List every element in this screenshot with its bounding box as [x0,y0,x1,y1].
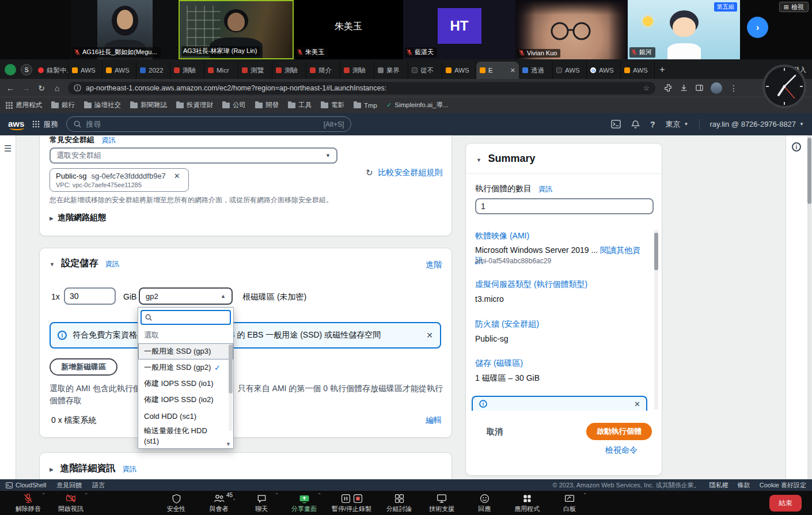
volume-type-select[interactable]: gp2 ▲ [139,287,233,305]
bookmark-folder[interactable]: 新聞雜誌 [130,101,167,109]
share-screen-button[interactable]: ⌃ 分享畫面 [289,493,319,513]
cloudshell-footer-button[interactable]: CloudShell [6,482,46,489]
chat-button[interactable]: ⌃ 聊天 [246,493,276,513]
cloudshell-icon[interactable] [611,120,621,128]
aws-search-input[interactable]: 搜尋 [Alt+S] [66,116,351,132]
dropdown-option-gp3[interactable]: 一般用途 SSD (gp3) [138,343,233,359]
storage-label-link[interactable]: 儲存 (磁碟區) [475,358,523,369]
browser-tab[interactable]: 2022 [136,62,170,79]
page-scrollbar[interactable] [807,135,811,479]
browser-tab[interactable]: 測驗 [170,62,204,79]
advanced-storage-link[interactable]: 進階 [426,260,442,270]
url-omnibox[interactable]: ap-northeast-1.console.aws.amazon.com/ec… [68,82,655,94]
browser-tab[interactable]: AWS [553,62,587,79]
dropdown-option[interactable]: 輸送量最佳化 HDD (st1) [138,424,225,448]
info-link[interactable]: 資訊 [101,136,115,144]
participants-button[interactable]: 45 ⌃ 與會者 [204,493,234,513]
participant-video[interactable]: Vivian Kuo [515,0,628,59]
browser-tab-active[interactable]: E✕ [476,62,519,79]
browser-tab[interactable]: 測覽 [238,62,272,79]
participant-video[interactable]: AG16社長_鄭如如(Megu... [71,0,179,59]
bookmark-star-icon[interactable]: ☆ [643,84,650,92]
security-group-select[interactable]: 選取安全群組 ▼ [50,147,337,164]
dropdown-option[interactable]: Cold HDD (sc1) [138,408,233,424]
tech-support-button[interactable]: 技術支援 [427,493,457,513]
bookmark-folder[interactable]: Tmp [354,102,377,109]
bookmark-folder[interactable]: 公司 [222,101,246,109]
download-icon[interactable] [680,84,688,92]
help-icon[interactable]: ? [650,120,655,129]
info-link[interactable]: 資訊 [123,465,136,473]
bookmark-folder[interactable]: 投資理財 [176,101,213,109]
zoom-view-button[interactable]: ⊞ 檢視 [779,2,809,12]
add-volume-button[interactable]: 新增新磁碟區 [50,358,117,376]
cookie-preferences-link[interactable]: Cookie 喜好設定 [760,481,806,490]
security-button[interactable]: 安全性 [161,493,191,513]
pinned-extension-icon[interactable] [5,64,16,75]
language-link[interactable]: 語言 [92,481,105,490]
browser-tab[interactable]: 透過 [519,62,553,79]
stop-recording-icon[interactable] [353,494,363,503]
bookmark-folder[interactable]: 開發 [255,101,279,109]
reactions-button[interactable]: 回應 [469,493,499,513]
extensions-puzzle-icon[interactable] [664,84,673,92]
expand-down-icon[interactable]: ▼ [50,262,55,267]
close-icon[interactable]: ✕ [634,400,640,408]
unmute-button[interactable]: ⌃ 解除靜音 [13,493,43,513]
browser-tab[interactable]: AWS [621,62,655,79]
info-link[interactable]: 資訊 [538,185,552,193]
expand-right-icon[interactable]: ▶ [50,467,54,472]
next-gallery-page-button[interactable]: › [747,17,768,38]
tools-info-toggle[interactable]: i [792,142,801,152]
advanced-network-toggle[interactable]: ▶進階網路組態 [50,213,106,223]
browser-menu-kebab-icon[interactable]: ⋮ [729,84,738,93]
browser-tab[interactable]: 簡介 [306,62,340,79]
expand-down-icon[interactable]: ▼ [476,157,481,163]
dropdown-option[interactable]: 選取 [138,327,233,343]
cancel-button[interactable]: 取消 [487,427,503,437]
chevron-up-icon[interactable]: ⌃ [275,493,279,498]
browser-tab[interactable]: 測驗 [272,62,306,79]
terms-link[interactable]: 條款 [738,481,750,490]
aws-logo[interactable]: aws [8,119,24,130]
pinned-tab-icon[interactable]: S [21,64,32,75]
close-icon[interactable]: ✕ [426,331,433,340]
browser-tab[interactable]: 從不 [408,62,442,79]
compare-sg-rules-link[interactable]: 比較安全群組規則 [378,168,443,178]
edit-file-systems-link[interactable]: 編輯 [426,415,442,426]
chevron-up-icon[interactable]: ⌃ [317,493,321,498]
browser-tab[interactable]: 錄製中... [35,62,69,79]
browser-tab[interactable]: AWS [442,62,476,79]
region-selector[interactable]: 東京 ▼ [666,119,689,130]
dropdown-search-input[interactable] [155,313,218,322]
remove-sg-icon[interactable]: ✕ [174,172,180,180]
chevron-up-icon[interactable]: ⌃ [41,493,45,498]
browser-tab[interactable]: AWS [103,62,136,79]
firewall-label-link[interactable]: 防火牆 (安全群組) [475,319,539,330]
back-icon[interactable]: ← [6,84,15,93]
ami-label-link[interactable]: 軟體映像 (AMI) [475,231,529,241]
browser-tab[interactable]: AWS [69,62,103,79]
side-panel-icon[interactable] [695,84,704,92]
browser-tab[interactable]: 測驗 [340,62,374,79]
launch-instance-button[interactable]: 啟動執行個體 [586,423,652,440]
participant-video[interactable]: HT 藍湛天 [403,0,515,59]
hamburger-menu-icon[interactable]: ☰ [4,143,12,154]
services-menu-button[interactable]: 服務 [32,119,58,130]
view-commands-link[interactable]: 檢視命令 [605,445,638,456]
tab-close-icon[interactable]: ✕ [510,67,515,74]
chevron-up-icon[interactable]: ⌃ [232,498,236,503]
forward-icon[interactable]: → [21,84,31,93]
dropdown-option[interactable]: 佈建 IOPS SSD (io1) [138,376,233,392]
refresh-icon[interactable]: ↻ [366,168,373,178]
privacy-link[interactable]: 隱私權 [709,481,728,490]
browser-tab[interactable]: 業界 [374,62,408,79]
pause-recording-icon[interactable] [341,494,351,503]
start-video-button[interactable]: ⌃ 開啟視訊 [56,493,86,513]
home-icon[interactable]: ⌂ [52,84,62,93]
chevron-up-icon[interactable]: ⌃ [583,493,587,498]
apps-button[interactable]: 應用程式 [512,493,542,513]
browser-tab[interactable]: Micr [204,62,238,79]
account-menu[interactable]: ray.lin @ 8726-2976-8827 ▼ [710,120,804,128]
participant-video[interactable]: 朱美玉 朱美玉 [294,0,403,59]
